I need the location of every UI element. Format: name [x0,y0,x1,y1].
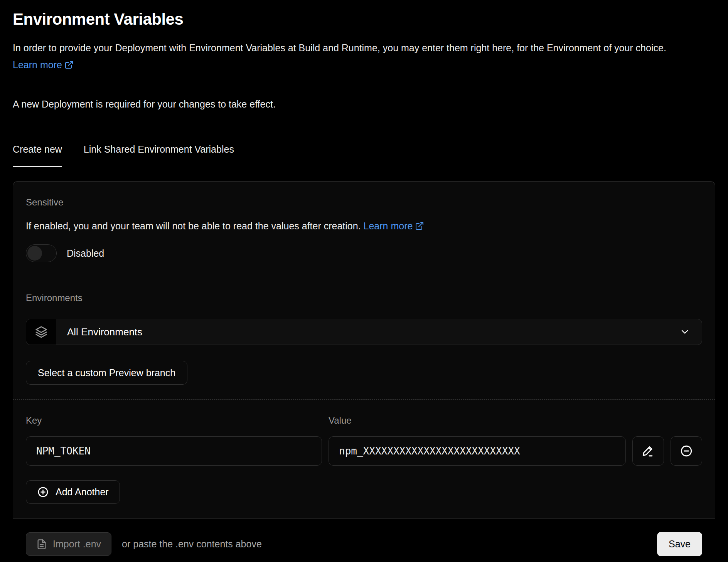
page-description: In order to provide your Deployment with… [13,39,703,73]
environment-variables-page: Environment Variables In order to provid… [0,0,728,562]
sensitive-section: Sensitive If enabled, you and your team … [13,182,715,277]
sensitive-toggle-row: Disabled [26,244,702,262]
add-another-label: Add Another [56,486,109,498]
remove-row-button[interactable] [671,436,702,466]
select-preview-branch-button[interactable]: Select a custom Preview branch [26,361,187,385]
add-another-button[interactable]: Add Another [26,480,120,504]
tab-create-new[interactable]: Create new [13,144,62,167]
create-env-var-card: Sensitive If enabled, you and your team … [13,181,715,562]
chevron-down-icon [679,326,690,337]
sensitive-label: Sensitive [26,197,702,208]
toggle-knob [27,246,42,261]
page-title: Environment Variables [13,10,715,29]
file-text-icon [36,539,47,550]
learn-more-label: Learn more [13,59,62,70]
sensitive-description-text: If enabled, you and your team will not b… [26,220,361,231]
sensitive-learn-more-label: Learn more [364,220,413,231]
key-label: Key [26,415,322,426]
sensitive-description: If enabled, you and your team will not b… [26,220,702,232]
sensitive-toggle[interactable] [26,244,57,262]
edit-value-button[interactable] [632,436,664,466]
key-value-section: Key Value Add Another [13,399,715,518]
sensitive-toggle-state: Disabled [67,248,104,259]
key-value-grid: Key Value [26,415,702,466]
environments-select[interactable]: All Environments [26,319,702,345]
import-env-label: Import .env [53,538,101,550]
import-env-button[interactable]: Import .env [26,532,111,556]
environments-label: Environments [26,293,702,303]
value-input[interactable] [329,436,626,466]
save-button[interactable]: Save [657,532,702,556]
plus-circle-icon [37,486,49,498]
paste-hint-text: or paste the .env contents above [122,538,262,550]
environments-select-iconbox [26,319,56,345]
value-label: Value [329,415,702,426]
card-footer: Import .env or paste the .env contents a… [13,518,715,562]
deployment-note: A new Deployment is required for your ch… [13,99,715,110]
learn-more-link[interactable]: Learn more [13,59,74,70]
external-link-icon [415,221,424,231]
environments-selected-value: All Environments [67,326,142,338]
edit-pencil-icon [642,444,655,458]
page-description-text: In order to provide your Deployment with… [13,42,666,53]
sensitive-learn-more-link[interactable]: Learn more [364,220,425,231]
key-input[interactable] [26,436,322,466]
layers-icon [35,326,47,338]
tab-bar: Create new Link Shared Environment Varia… [13,144,715,167]
external-link-icon [64,60,74,69]
tab-link-shared-env-vars[interactable]: Link Shared Environment Variables [84,144,234,167]
environments-section: Environments All Environments Select a c… [13,277,715,399]
minus-circle-icon [680,444,693,458]
